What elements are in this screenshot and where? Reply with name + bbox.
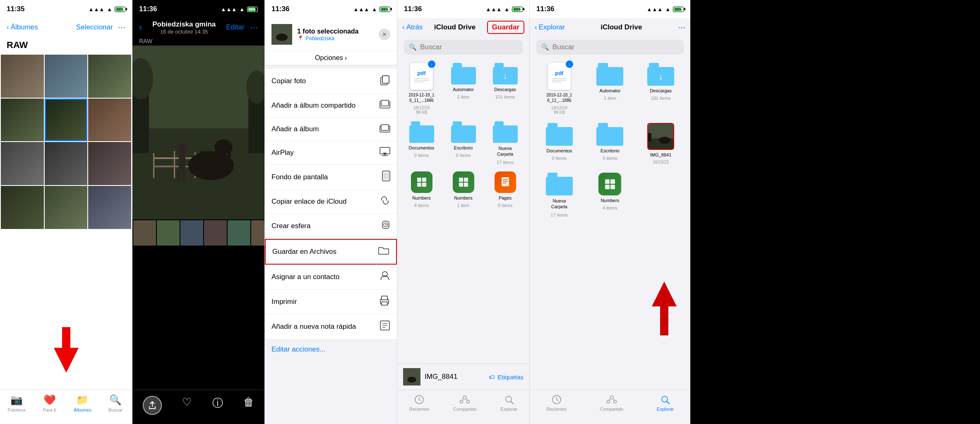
tab-albumes[interactable]: 📁 Álbumes (72, 394, 93, 412)
tab-compartido[interactable]: Compartido (600, 394, 624, 412)
tab-para-ti[interactable]: ❤️ Para ti (39, 394, 60, 412)
back-button[interactable]: ‹ Explorar (535, 23, 565, 31)
menu-item-imprimir[interactable]: Imprimir (265, 290, 397, 314)
photo-cell[interactable] (1, 186, 44, 229)
files-icon (378, 246, 389, 258)
file-meta: 16/10/22 (653, 160, 669, 164)
raw-label: RAW (132, 36, 264, 46)
photo-cell[interactable] (1, 99, 44, 142)
photo-cell[interactable] (88, 142, 131, 185)
album-icon (380, 123, 390, 135)
back-button[interactable]: ‹ (139, 22, 142, 33)
delete-button[interactable]: 🗑 (243, 396, 254, 409)
info-button[interactable]: ⓘ (212, 396, 223, 410)
more-button[interactable]: ··· (250, 22, 258, 33)
tab-compartido[interactable]: Compartido (453, 394, 477, 412)
thumbnail[interactable] (180, 220, 203, 246)
tab-buscar[interactable]: 🔍 Buscar (105, 394, 126, 412)
folder-documentos[interactable]: Documentos 0 items (538, 123, 581, 164)
select-button[interactable]: Seleccionar (76, 23, 113, 31)
thumbnail-strip[interactable] (132, 219, 264, 246)
svg-point-84 (610, 396, 613, 399)
menu-item-album[interactable]: Añadir a álbum (265, 118, 397, 141)
tab-explorar[interactable]: Explorar (657, 394, 674, 412)
photo-cell[interactable] (45, 142, 88, 185)
folder-descargas[interactable]: ↓ Descargas 101 items (488, 63, 523, 115)
folder-icon (596, 123, 623, 146)
thumbnail[interactable] (133, 220, 156, 246)
thumbnail[interactable] (251, 220, 264, 246)
photo-cell-selected[interactable] (45, 99, 88, 142)
folder-nueva-carpeta[interactable]: NuevaCarpeta 17 items (538, 173, 581, 217)
folder-automator[interactable]: Automator 1 item (589, 63, 632, 115)
menu-item-enlace[interactable]: Copiar enlace de iCloud (265, 190, 397, 214)
folder-pages[interactable]: Pages 8 items (488, 171, 523, 208)
menu-item-nota[interactable]: Añadir a nueva nota rápida (265, 314, 397, 340)
menu-item-copiar[interactable]: Copiar foto (265, 69, 397, 94)
folder-name: Escritorio (454, 145, 473, 150)
folder-escritorio[interactable]: Escritorio 0 items (446, 121, 481, 165)
more-button[interactable]: ··· (678, 22, 685, 33)
options-button[interactable]: Opciones › (265, 51, 397, 65)
close-button[interactable]: ✕ (379, 29, 390, 40)
svg-rect-30 (381, 125, 389, 130)
tab-recientes[interactable]: Recientes (409, 394, 430, 412)
tab-explorar[interactable]: Explorar (500, 394, 517, 412)
more-button[interactable]: ··· (118, 22, 125, 33)
photo-cell[interactable] (1, 142, 44, 185)
thumbnail[interactable] (204, 220, 227, 246)
bottom-tab-bar: Recientes Compartido Explorar (530, 390, 690, 424)
photo-cell[interactable] (45, 55, 88, 98)
folder-nueva-carpeta[interactable]: NuevaCarpeta 17 items (488, 121, 523, 165)
battery-icon: 82% (247, 7, 258, 12)
tab-fototeca[interactable]: 📷 Fototeca (6, 394, 27, 412)
edit-button[interactable]: Editar (226, 23, 244, 31)
menu-item-esfera[interactable]: Crear esfera (265, 214, 397, 239)
folder-documentos[interactable]: Documentos 0 items (404, 121, 439, 165)
icloud-badge: ↓ (566, 60, 573, 68)
thumbnail[interactable] (228, 220, 250, 246)
folder-descargas[interactable]: ↓ Descargas 101 items (639, 63, 682, 115)
back-button[interactable]: ‹ Álbumes (7, 23, 38, 31)
folder-meta: 0 items (414, 153, 429, 158)
tab-label: Recientes (409, 407, 430, 412)
tab-recientes[interactable]: Recientes (546, 394, 567, 412)
folder-name: Descargas (650, 88, 672, 93)
thumbnail[interactable] (157, 220, 180, 246)
back-button[interactable]: ‹ Atrás (402, 23, 423, 31)
svg-rect-53 (464, 178, 468, 182)
file-item-img8841[interactable]: IMG_8841 16/10/22 (639, 123, 682, 164)
search-bar[interactable]: 🔍 (404, 40, 523, 55)
favorite-button[interactable]: ♡ (182, 396, 192, 409)
menu-item-album-compartido[interactable]: Añadir a álbum compartido (265, 94, 397, 118)
main-photo[interactable] (132, 46, 264, 219)
tag-button[interactable]: 🏷 Etiquetas (489, 373, 524, 381)
photo-cell[interactable] (88, 99, 131, 142)
status-time: 11:35 (7, 5, 24, 13)
save-button[interactable]: Guardar (487, 21, 524, 34)
search-input[interactable] (420, 43, 508, 51)
file-item-pdf[interactable]: pdf ↓ 2019-12-18_16_11_...1886 18/12/199… (404, 63, 439, 115)
img-thumbnail (403, 368, 420, 385)
folder-numbers-2[interactable]: Numbers 1 item (446, 171, 481, 208)
menu-item-airplay[interactable]: AirPlay (265, 141, 397, 165)
folder-numbers-1[interactable]: Numbers 4 items (404, 171, 439, 208)
menu-item-guardar-archivos[interactable]: Guardar en Archivos (265, 239, 397, 265)
search-bar[interactable]: 🔍 (536, 40, 684, 55)
share-button[interactable] (143, 396, 162, 415)
folder-numbers-3[interactable]: Numbers 4 items (589, 173, 632, 217)
menu-item-contacto[interactable]: Asignar a un contacto (265, 265, 397, 290)
search-input[interactable] (552, 43, 640, 51)
folder-automator[interactable]: Automator 1 item (446, 63, 481, 115)
svg-line-68 (462, 399, 463, 400)
folder-escritorio[interactable]: Escritorio 0 items (589, 123, 632, 164)
file-item-pdf[interactable]: pdf ↓ 2019-12-18_16_11_...1886 18/12/199… (538, 63, 581, 115)
photo-cell[interactable] (88, 55, 131, 98)
edit-actions-button[interactable]: Editar acciones... (265, 340, 397, 359)
wifi-icon: ▲ (504, 6, 509, 12)
photo-cell[interactable] (88, 186, 131, 229)
svg-line-69 (466, 399, 468, 400)
photo-cell[interactable] (45, 186, 88, 229)
menu-item-fondo[interactable]: Fondo de pantalla (265, 165, 397, 190)
photo-cell[interactable] (1, 55, 44, 98)
